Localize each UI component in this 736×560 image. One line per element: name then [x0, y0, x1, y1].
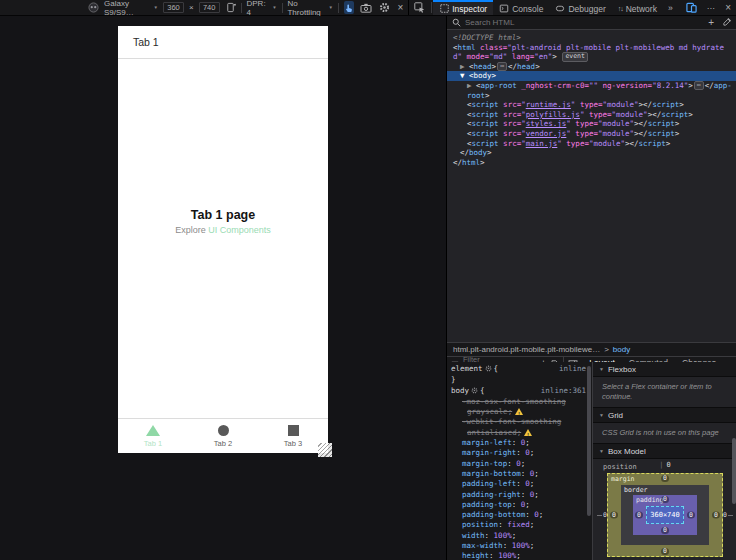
css-declaration[interactable]: position: fixed;	[451, 520, 592, 530]
padding-right-value[interactable]: 0	[687, 512, 695, 519]
markup-token-attr: mode=	[462, 52, 489, 61]
markup-token-plain: ></	[639, 100, 653, 109]
position-top-value[interactable]: 0	[667, 461, 671, 469]
eyedropper-icon[interactable]	[721, 18, 731, 28]
css-declaration[interactable]: padding-top: 0;	[451, 500, 592, 510]
viewport-height-input[interactable]	[199, 2, 220, 13]
rdm-settings-gear-icon[interactable]	[378, 1, 391, 14]
devtools-tabbar: Inspector Console Debugger ↑↓ Network »	[408, 0, 736, 15]
css-declaration[interactable]: width: 100%;	[451, 531, 592, 541]
tab-inspector[interactable]: Inspector	[433, 0, 493, 15]
rule-source-link[interactable]: inline:361	[541, 386, 586, 396]
markup-line-selected[interactable]: ▼ <body>	[447, 71, 736, 81]
css-declaration[interactable]: padding-right: 0;	[451, 490, 592, 500]
tab-network[interactable]: ↑↓ Network	[612, 0, 663, 15]
more-tabs-chevron-icon[interactable]: »	[663, 0, 678, 15]
markup-token-val: "module"	[598, 129, 634, 138]
markup-token-val: "module"	[589, 139, 625, 148]
css-declaration[interactable]: margin-top: 0;	[451, 459, 592, 469]
padding-left-value[interactable]: 0	[635, 512, 643, 519]
css-declaration[interactable]: padding-bottom: 0;	[451, 510, 592, 520]
markup-line[interactable]: <!DOCTYPE html>	[447, 33, 736, 43]
rule-source-link[interactable]: inline	[559, 364, 586, 374]
markup-line[interactable]: ▶ <head>⋯</head>	[447, 62, 736, 72]
flexbox-section-header[interactable]: ▼ Flexbox	[593, 362, 736, 377]
css-declaration[interactable]: height: 100%;	[451, 551, 592, 560]
dpr-selector[interactable]: DPR: 4	[246, 0, 266, 17]
box-model-border-layer[interactable]: border padding 0 0 0 0 360×740	[621, 485, 709, 545]
responsive-mode-toggle-icon[interactable]	[681, 2, 702, 13]
markup-token-plain: >	[675, 129, 680, 138]
css-declaration[interactable]: margin-left: 0;	[451, 438, 592, 448]
box-model-padding-layer[interactable]: padding 0 0 0 0 360×740	[633, 495, 697, 535]
css-declaration[interactable]: margin-bottom: 0;	[451, 469, 592, 479]
markup-token-tag: script	[472, 129, 499, 138]
device-selector[interactable]: Galaxy S9/S9…	[104, 0, 148, 17]
css-rule-element[interactable]: element{ inline	[451, 364, 592, 375]
close-rdm-icon[interactable]: ×	[397, 3, 403, 13]
devtools-tabbar-right: ··· ×	[678, 0, 736, 15]
app-tab-2[interactable]: Tab 2	[188, 419, 258, 453]
node-picker-icon[interactable]	[409, 0, 430, 15]
app-tab-label: Tab 2	[214, 439, 232, 448]
markup-token-attr: type=	[571, 119, 598, 128]
margin-top-value[interactable]: 0	[661, 475, 669, 482]
css-rule-body[interactable]: body{ inline:361	[451, 386, 592, 397]
app-tab-1[interactable]: Tab 1	[118, 419, 188, 453]
markup-token-tag: script	[472, 119, 499, 128]
responsive-design-toolbar: Galaxy S9/S9… ▼ × DPR: 4 ▼ No Throttling…	[0, 0, 408, 15]
gear-icon[interactable]	[485, 365, 492, 375]
add-node-icon[interactable]: +	[708, 18, 714, 28]
gear-icon[interactable]	[471, 387, 478, 397]
markup-token-attr: type=	[571, 129, 598, 138]
rules-panel: element{ inline } body{ inline:361 -moz-…	[447, 362, 593, 560]
margin-left-value[interactable]: 0	[610, 512, 618, 519]
css-declaration[interactable]: padding-left: 0;	[451, 479, 592, 489]
throttling-selector[interactable]: No Throttling	[287, 0, 322, 17]
markup-token-comment: <!DOCTYPE html>	[453, 33, 521, 42]
box-model-content-size[interactable]: 360×740	[646, 506, 684, 524]
breadcrumb-node[interactable]: html.plt-android.plt-mobile.plt-mobilewe…	[453, 345, 600, 354]
markup-token-twisty: ▶	[460, 62, 469, 71]
touch-simulation-toggle[interactable]	[344, 1, 355, 14]
markup-line[interactable]: <script src="main.js" type="module"></sc…	[447, 139, 736, 149]
markup-token-val: ""	[589, 81, 598, 90]
overridden-property-name[interactable]: -moz-osx-font-smoothing	[451, 397, 592, 407]
margin-bottom-value[interactable]: 0	[661, 548, 669, 555]
markup-line[interactable]: <html class="plt-android plt-mobile plt-…	[447, 43, 736, 62]
network-arrows-icon: ↑↓	[618, 5, 623, 12]
viewport-resize-handle[interactable]	[318, 443, 332, 457]
search-html-input[interactable]: Search HTML	[465, 18, 514, 27]
warning-icon	[515, 408, 523, 415]
viewport-width-input[interactable]	[163, 2, 184, 13]
rules-scrollbar[interactable]	[587, 366, 591, 516]
box-model-margin-layer[interactable]: margin 0 0 0 0 border padding 0 0	[607, 473, 723, 557]
markup-line[interactable]: </html>	[447, 158, 736, 168]
markup-line[interactable]: <script src="vendor.js" type="module"></…	[447, 129, 736, 139]
breadcrumb-selected-node[interactable]: body	[613, 345, 630, 354]
overridden-property-name[interactable]: -webkit-font-smoothing	[451, 417, 592, 427]
markup-line[interactable]: <script src="runtime.js" type="module"><…	[447, 100, 736, 110]
chevron-down-icon: ▼	[599, 366, 604, 372]
tab-console[interactable]: Console	[493, 0, 549, 15]
position-right-value[interactable]: 0	[723, 511, 727, 519]
padding-bottom-value[interactable]: 0	[661, 527, 669, 534]
screenshot-camera-icon[interactable]	[359, 1, 372, 14]
rotate-viewport-icon[interactable]	[225, 1, 236, 14]
css-declaration[interactable]: max-width: 100%;	[451, 541, 592, 551]
markup-line[interactable]: ▶ <app-root _nghost-crm-c0="" ng-version…	[447, 81, 736, 100]
markup-line[interactable]: <script src="styles.js" type="module"></…	[447, 119, 736, 129]
padding-top-value[interactable]: 0	[661, 496, 669, 503]
ui-components-link[interactable]: UI Components	[208, 225, 271, 235]
markup-line[interactable]: <script src="polyfills.js" type="module"…	[447, 110, 736, 120]
margin-right-value[interactable]: 0	[712, 512, 720, 519]
markup-token-plain: ></	[634, 129, 648, 138]
boxmodel-section-header[interactable]: ▼ Box Model	[593, 444, 736, 459]
grid-section-header[interactable]: ▼ Grid	[593, 408, 736, 423]
markup-line[interactable]: </body>	[447, 148, 736, 158]
layout-scrollbar[interactable]	[732, 438, 736, 504]
devtools-menu-icon[interactable]: ···	[702, 3, 721, 13]
css-declaration[interactable]: margin-right: 0;	[451, 448, 592, 458]
tab-debugger[interactable]: Debugger	[549, 0, 611, 15]
close-devtools-icon[interactable]: ×	[720, 3, 736, 13]
